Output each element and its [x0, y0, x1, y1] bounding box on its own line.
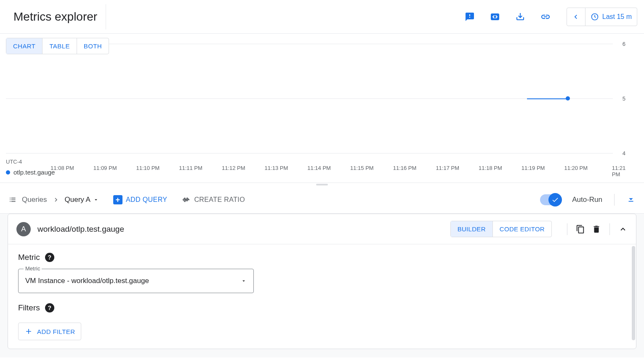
x-tick: 11:21 PM [612, 165, 626, 177]
queries-breadcrumb: Queries Query A [8, 196, 99, 204]
x-tick: 11:18 PM [479, 165, 502, 171]
metric-field-label: Metric [24, 265, 42, 272]
queries-toolbar: Queries Query A + ADD QUERY CREATE RATIO… [0, 186, 644, 213]
svg-rect-0 [491, 13, 499, 20]
code-icon[interactable] [487, 9, 503, 24]
chart-data-point [566, 96, 570, 101]
x-tick: 11:13 PM [265, 165, 288, 171]
create-ratio-button[interactable]: CREATE RATIO [181, 195, 245, 204]
add-filter-button[interactable]: ADD FILTER [18, 323, 81, 340]
y-tick: 4 [623, 150, 625, 156]
time-range-picker: Last 15 m [567, 8, 637, 26]
view-tabs: CHART TABLE BOTH [6, 38, 109, 54]
chart-legend[interactable]: otlp.test.gauge [6, 169, 55, 176]
add-query-button[interactable]: + ADD QUERY [113, 195, 167, 204]
query-panel-actions [565, 223, 628, 235]
y-tick: 5 [623, 95, 625, 102]
help-icon[interactable]: ? [45, 303, 54, 312]
scrollbar-thumb[interactable] [632, 246, 635, 340]
svg-rect-2 [629, 201, 633, 202]
caret-down-icon [93, 197, 99, 203]
auto-run-toggle[interactable] [540, 194, 561, 205]
auto-run-label: Auto-Run [572, 196, 602, 204]
metric-select[interactable]: Metric VM Instance - workload/otlp.test.… [18, 269, 254, 293]
tab-chart[interactable]: CHART [6, 38, 42, 54]
time-back-button[interactable] [567, 8, 585, 26]
chart-container: 6 5 4 UTC-4 11:08 PM11:09 PM11:10 PM11:1… [0, 44, 644, 183]
link-icon[interactable] [538, 9, 553, 24]
query-panel-body: Metric ? Metric VM Instance - workload/o… [8, 244, 636, 349]
x-tick: 11:11 PM [179, 165, 202, 171]
collapse-all-button[interactable] [626, 195, 636, 204]
feedback-icon[interactable] [462, 9, 477, 24]
plus-icon [24, 327, 33, 336]
metric-section-header: Metric ? [18, 253, 626, 262]
download-icon[interactable] [513, 9, 528, 24]
current-query-dropdown[interactable]: Query A [65, 196, 99, 204]
x-tick: 11:10 PM [136, 165, 160, 171]
legend-label: otlp.test.gauge [13, 169, 55, 176]
legend-color-dot [6, 170, 10, 175]
page-header: Metrics explorer Last 15 m [0, 0, 644, 34]
x-tick: 11:15 PM [350, 165, 374, 171]
panel-resize-handle[interactable] [0, 183, 644, 186]
tab-both[interactable]: BOTH [77, 38, 109, 54]
chevron-right-icon [52, 196, 60, 204]
x-tick: 11:17 PM [436, 165, 459, 171]
x-tick: 11:16 PM [393, 165, 417, 171]
tab-table[interactable]: TABLE [42, 38, 76, 54]
query-panel-header: A workload/otlp.test.gauge BUILDER CODE … [8, 214, 636, 244]
page-title: Metrics explorer [13, 4, 106, 29]
timezone-label: UTC-4 [6, 159, 22, 165]
tab-code-editor[interactable]: CODE EDITOR [492, 221, 551, 237]
query-panel-container: A workload/otlp.test.gauge BUILDER CODE … [0, 213, 644, 357]
help-icon[interactable]: ? [45, 253, 54, 262]
queries-label[interactable]: Queries [22, 196, 47, 204]
ratio-icon [181, 195, 191, 204]
metric-value: VM Instance - workload/otlp.test.gauge [25, 277, 149, 285]
copy-icon[interactable] [576, 225, 585, 234]
plus-icon: + [113, 195, 122, 204]
time-range-label: Last 15 m [602, 13, 632, 21]
y-tick: 6 [623, 41, 625, 47]
x-tick: 11:12 PM [222, 165, 245, 171]
editor-mode-tabs: BUILDER CODE EDITOR [450, 221, 552, 237]
time-range-button[interactable]: Last 15 m [585, 13, 637, 21]
x-tick: 11:09 PM [93, 165, 117, 171]
header-actions: Last 15 m [462, 8, 637, 26]
chevron-down-bar-icon [626, 195, 636, 204]
x-tick: 11:14 PM [307, 165, 331, 171]
caret-down-icon [241, 278, 247, 284]
chevron-up-icon [618, 225, 628, 234]
list-icon [8, 196, 17, 204]
query-panel: A workload/otlp.test.gauge BUILDER CODE … [8, 214, 636, 349]
query-title: workload/otlp.test.gauge [37, 225, 444, 234]
collapse-panel-button[interactable] [618, 225, 628, 234]
query-letter-badge: A [16, 222, 31, 236]
chart-series-line [527, 98, 568, 99]
chart-plot-area[interactable]: 6 5 4 [6, 44, 638, 153]
filters-section-header: Filters ? [18, 303, 626, 312]
x-tick: 11:20 PM [564, 165, 588, 171]
check-icon [551, 196, 559, 204]
tab-builder[interactable]: BUILDER [451, 221, 492, 237]
delete-icon[interactable] [592, 225, 601, 234]
x-tick: 11:19 PM [522, 165, 545, 171]
